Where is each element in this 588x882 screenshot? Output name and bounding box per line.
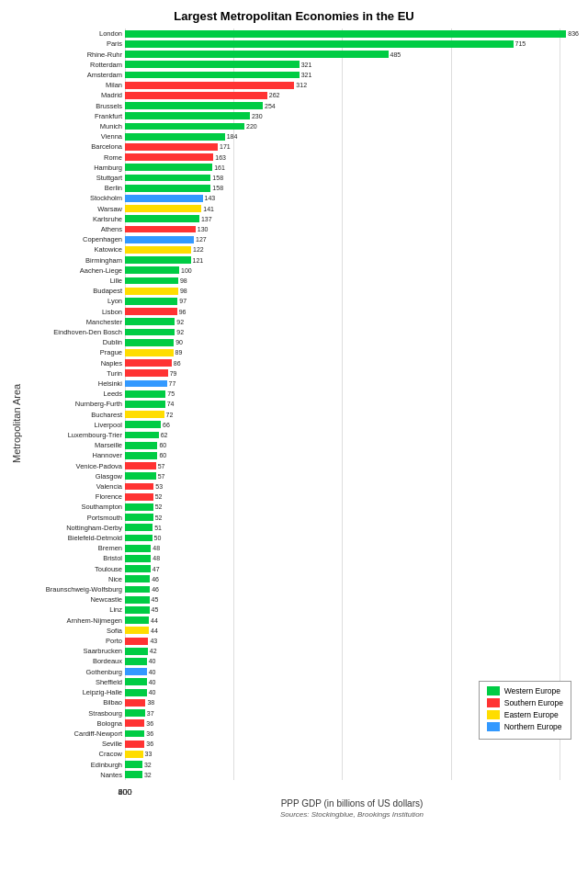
table-row: Lille98	[24, 276, 579, 286]
bar-label: Paris	[24, 40, 125, 48]
bar	[125, 472, 156, 480]
bar	[125, 266, 179, 274]
bar-label: Amsterdam	[24, 71, 125, 79]
bar-value: 75	[167, 390, 175, 397]
bar-label: Rome	[24, 153, 125, 162]
table-row: Amsterdam321	[24, 70, 579, 80]
table-row: Hannover60	[24, 450, 579, 460]
bar-label: Katowice	[24, 245, 125, 254]
bar-value: 86	[174, 360, 181, 367]
bar-label: Toulouse	[24, 565, 125, 573]
bar-label: Leipzig-Halle	[24, 688, 125, 696]
bar-track: 143	[125, 193, 579, 203]
bar-value: 98	[180, 288, 187, 294]
bar-value: 90	[175, 339, 183, 345]
table-row: Nice46	[24, 574, 579, 584]
bar-value: 171	[220, 143, 231, 150]
bar-value: 92	[176, 329, 184, 335]
bar-track: 485	[125, 49, 579, 59]
bar-label: Stockholm	[24, 194, 125, 202]
bar	[125, 308, 177, 315]
bar-track: 32	[125, 770, 579, 780]
bar-track: 97	[125, 296, 579, 306]
table-row: Arnhem-Nijmegen44	[24, 616, 579, 626]
bar-track: 262	[125, 90, 579, 100]
bar-label: Milan	[24, 81, 125, 89]
bar	[125, 277, 178, 285]
bar-label: Frankfurt	[24, 112, 125, 120]
bar-track: 48	[125, 543, 579, 553]
bar-value: 72	[166, 412, 174, 418]
bar-label: Helsinki	[24, 379, 125, 388]
table-row: Gothenburg40	[24, 667, 579, 677]
bar-label: Marseille	[24, 441, 125, 449]
bar-label: Eindhoven-Den Bosch	[24, 328, 125, 336]
table-row: Hamburg161	[24, 163, 579, 173]
bar	[125, 246, 191, 254]
table-row: Bordeaux40	[24, 656, 579, 666]
bar-value: 60	[159, 452, 166, 458]
bar-value: 47	[153, 566, 160, 572]
bar-track: 184	[125, 131, 579, 141]
table-row: Berlin158	[24, 183, 579, 193]
bar-track: 158	[125, 173, 579, 183]
bar	[125, 493, 153, 501]
bar	[125, 256, 191, 264]
bar-track: 52	[125, 513, 579, 523]
bar-value: 32	[144, 762, 152, 768]
bar-track: 171	[125, 141, 579, 152]
bar	[125, 535, 153, 542]
bar-value: 40	[149, 669, 156, 675]
bar	[125, 318, 175, 325]
bar-value: 163	[215, 154, 226, 161]
bar-track: 75	[125, 389, 579, 399]
bar-track: 100	[125, 266, 579, 276]
bar-label: Turin	[24, 369, 125, 378]
bar-track: 45	[125, 605, 579, 615]
bar-value: 48	[153, 545, 160, 551]
legend-color-box	[487, 686, 500, 695]
bar	[125, 514, 153, 521]
bar-label: Vienna	[24, 132, 125, 141]
table-row: Rotterdam321	[24, 60, 579, 70]
bar-label: London	[24, 29, 125, 38]
bar-value: 36	[146, 720, 153, 727]
bar-label: Berlin	[24, 184, 125, 192]
legend-label: Eastern Europe	[504, 710, 559, 719]
table-row: Rome163	[24, 152, 579, 162]
bar-value: 52	[155, 503, 163, 510]
bar-track: 60	[125, 450, 579, 460]
bar	[125, 627, 149, 634]
bar-track: 77	[125, 379, 579, 389]
legend-item: Southern Europe	[487, 698, 563, 707]
bar-label: Bielefeld-Detmold	[24, 534, 125, 542]
bar-label: Bilbao	[24, 698, 125, 707]
x-tick: 800	[118, 787, 131, 797]
bar-value: 161	[214, 164, 225, 171]
bar-track: 92	[125, 327, 579, 337]
bar-value: 74	[167, 401, 175, 407]
table-row: London836	[24, 28, 579, 39]
y-axis-label: Metropolitan Area	[9, 28, 24, 819]
bar-track: 44	[125, 626, 579, 636]
bar-label: Bucharest	[24, 411, 125, 419]
bar-value: 158	[212, 175, 223, 181]
bar-label: Warsaw	[24, 205, 125, 213]
bar	[125, 751, 143, 758]
bar-track: 44	[125, 616, 579, 626]
bar	[125, 92, 267, 99]
bar	[125, 205, 201, 212]
bar-label: Glasgow	[24, 472, 125, 481]
bar-track: 89	[125, 347, 579, 357]
chart-container: Largest Metropolitan Economies in the EU…	[0, 0, 588, 882]
bar	[125, 329, 175, 336]
table-row: Sofia44	[24, 626, 579, 636]
bar-label: Lisbon	[24, 308, 125, 316]
table-row: Edinburgh32	[24, 759, 579, 769]
table-row: Naples86	[24, 358, 579, 368]
bar-track: 36	[125, 739, 579, 749]
bar-track: 98	[125, 276, 579, 286]
bar-label: Florence	[24, 492, 125, 501]
bar	[125, 401, 165, 408]
bar-value: 97	[179, 298, 187, 304]
